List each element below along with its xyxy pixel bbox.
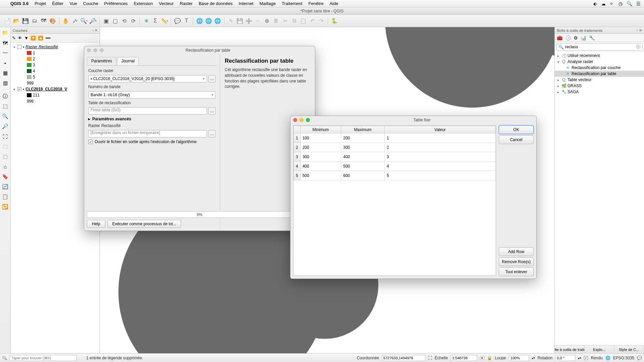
reclass-table-field[interactable]: Fixed table (0x3)	[88, 107, 207, 115]
dropbox-icon[interactable]: ⬖	[593, 1, 597, 6]
processing-icon[interactable]: ✳	[142, 17, 150, 25]
panel-tab[interactable]: Explo...	[585, 346, 614, 353]
results-icon[interactable]: 📊	[581, 35, 586, 41]
open-project-icon[interactable]: 📂	[12, 17, 20, 25]
zoom-in2-icon[interactable]: 🔍	[1, 112, 10, 121]
expander-icon[interactable]: ▾	[12, 45, 16, 49]
menubar-item[interactable]: Traitement	[279, 1, 306, 6]
menubar-item[interactable]: Fenêtre	[306, 1, 327, 6]
bookmark-icon[interactable]: 🔖	[1, 172, 10, 181]
sigma-icon[interactable]: Σ	[151, 17, 159, 25]
render-checkbox[interactable]: ✓	[584, 356, 588, 360]
menubar-item[interactable]: Éditer	[49, 1, 66, 6]
layer-visibility-checkbox[interactable]	[17, 45, 21, 49]
menubar-item[interactable]: Raster	[177, 1, 196, 6]
decorations-icon[interactable]: 🔁	[1, 202, 10, 211]
raster-layer-combo[interactable]: ▪ CLC2018_CLC2018_V2018_20 [EPSG:3035]	[88, 75, 207, 82]
menubar-item[interactable]: Vecteur	[156, 1, 177, 6]
table-row[interactable]: 11002001	[294, 133, 496, 143]
tab-parameters[interactable]: Paramètres	[87, 57, 116, 65]
add-group-icon[interactable]: 👁	[18, 36, 22, 41]
row-number[interactable]: 5	[294, 171, 301, 180]
paste-icon[interactable]: 📋	[299, 17, 307, 25]
band-combo[interactable]: Bande 1: clc18 (Gray)	[88, 91, 216, 99]
add-row-button[interactable]: Add Row	[499, 247, 534, 256]
tree-item-label[interactable]: Reclassification par couche	[572, 65, 621, 70]
toolbox-icon[interactable]: 🧰	[557, 35, 562, 41]
expander-icon[interactable]: ▾	[556, 60, 560, 64]
stepper-icon[interactable]: ▴▾	[578, 356, 581, 360]
open-vector-icon[interactable]: 📁	[1, 28, 10, 37]
tree-item-label[interactable]: SAGA	[568, 89, 579, 94]
add-point-icon[interactable]: •	[1, 59, 10, 67]
menubar-item[interactable]: Projet	[32, 1, 49, 6]
rotation-value[interactable]	[555, 355, 575, 361]
tree-item-label[interactable]: GRASS	[568, 83, 582, 88]
history-icon[interactable]: 🕓	[565, 35, 571, 41]
col-max[interactable]: Maximum	[341, 126, 385, 133]
stepper-icon[interactable]: ▴▾	[532, 356, 535, 360]
row-number[interactable]: 1	[294, 133, 301, 143]
col-min[interactable]: Minimum	[300, 126, 341, 133]
pan-selection-icon[interactable]: ⤢	[71, 17, 79, 25]
cell-min[interactable]: 400	[300, 162, 341, 171]
menubar-item[interactable]: Aide	[326, 1, 341, 6]
scale-value[interactable]	[450, 355, 477, 361]
save-project-icon[interactable]: 💾	[21, 17, 30, 25]
expander-icon[interactable]: ▾	[12, 87, 16, 91]
expander-icon[interactable]: ▸	[556, 84, 560, 88]
metasearch-icon[interactable]: 🌐	[196, 17, 204, 25]
zoom-last-icon[interactable]: ⟲	[120, 17, 128, 25]
zoom-layer2-icon[interactable]: ▢	[1, 152, 10, 161]
window-controls[interactable]	[293, 118, 310, 122]
metasearch2-icon[interactable]: 🌐	[205, 17, 213, 25]
layer-styling-icon[interactable]: ✎	[12, 36, 16, 41]
new-project-icon[interactable]: 📄	[3, 17, 11, 25]
cell-max[interactable]: 600	[341, 171, 385, 180]
refresh-icon[interactable]: 🔄	[1, 182, 10, 191]
cell-value[interactable]: 3	[384, 152, 495, 162]
help-button[interactable]: Help	[87, 220, 105, 228]
clock-icon[interactable]: ◷	[619, 1, 623, 6]
lock-scale-icon[interactable]: 🔒	[487, 356, 492, 360]
table-row[interactable]: 44005004	[294, 162, 496, 171]
menubar-app[interactable]: QGIS 3.6	[7, 1, 32, 6]
pan-icon[interactable]: ✋	[62, 17, 70, 25]
layer-name[interactable]: CLC2018_CLC2018_V	[25, 87, 67, 92]
expander-icon[interactable]: ▸	[556, 78, 560, 82]
batch-button[interactable]: Exécuter comme processus de lot...	[107, 220, 181, 228]
options-icon[interactable]: 🔧	[589, 35, 595, 41]
edit-toggle-icon[interactable]: ✎	[227, 17, 235, 25]
processing-search-input[interactable]	[565, 45, 636, 49]
coord-value[interactable]	[382, 355, 425, 361]
crs-icon[interactable]: 🌐	[605, 356, 610, 360]
menubar-item[interactable]: Couche	[80, 1, 101, 6]
cell-value[interactable]: 4	[384, 162, 495, 171]
cut-icon[interactable]: ✂	[281, 17, 289, 25]
table-row[interactable]: 22003002	[294, 143, 496, 152]
messages-icon[interactable]: 💬	[637, 356, 642, 360]
cell-max[interactable]: 400	[341, 152, 385, 162]
zoom-native-icon[interactable]: ⌂	[1, 162, 10, 171]
panel-tab[interactable]: Style de C...	[614, 346, 644, 353]
measure-icon[interactable]: 📏	[160, 17, 168, 25]
cell-min[interactable]: 500	[300, 171, 341, 180]
raster-layer-browse-button[interactable]: …	[208, 75, 216, 82]
table-row[interactable]: 55006005	[294, 171, 496, 180]
expander-icon[interactable]: ▸	[556, 90, 560, 94]
cell-max[interactable]: 300	[341, 143, 385, 152]
text-annotation-icon[interactable]: T	[182, 17, 191, 25]
panel-tab[interactable]: Boîte à outils de traite...	[555, 346, 585, 353]
python-console-icon[interactable]: 🐍	[330, 17, 338, 25]
output-field[interactable]: [Enregistrer dans un fichier temporaire]	[88, 130, 207, 137]
tree-item-label[interactable]: Utilisé récemment	[568, 53, 600, 58]
menubar-item[interactable]: Maillage	[256, 1, 278, 6]
undo-icon[interactable]: ↶	[308, 17, 316, 25]
zoom-out-icon[interactable]: 🔎	[89, 17, 97, 25]
add-line-icon[interactable]: 〰	[1, 49, 10, 57]
redo-icon[interactable]: ↷	[317, 17, 325, 25]
advanced-params-toggle[interactable]: ▸Paramètres avancés	[88, 117, 216, 121]
col-value[interactable]: Valeur	[384, 126, 495, 133]
layer-visibility-checkbox[interactable]: ✓	[17, 87, 21, 91]
fixed-table-grid[interactable]: Minimum Maximum Valeur 11002001 22003002…	[293, 125, 496, 276]
